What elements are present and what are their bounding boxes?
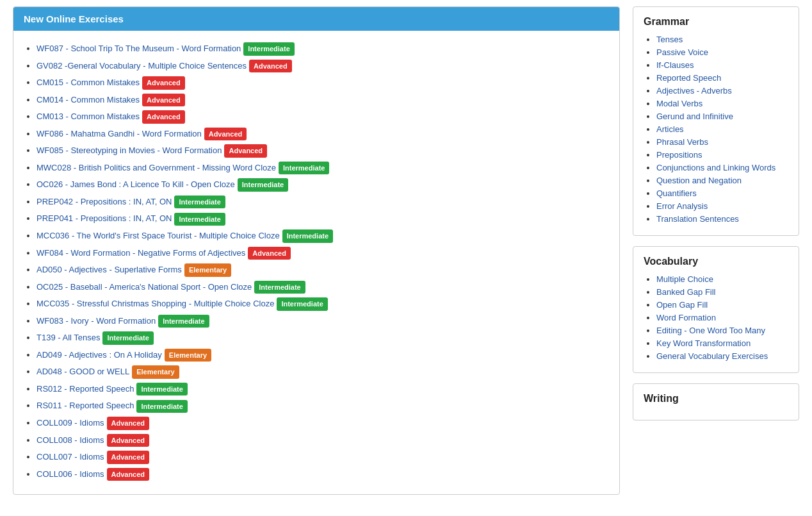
level-badge: Elementary (132, 365, 179, 379)
grammar-link[interactable]: Articles (656, 124, 684, 134)
level-badge: Intermediate (277, 297, 327, 311)
main-content: New Online Exercises WF087 - School Trip… (13, 6, 620, 495)
list-item: General Vocabulary Exercises (656, 351, 788, 361)
list-item: CM013 - Common MistakesAdvanced (37, 110, 609, 124)
exercise-link[interactable]: OC026 - James Bond : A Licence To Kill -… (37, 179, 235, 189)
exercise-link[interactable]: WF083 - Ivory - Word Formation (37, 316, 156, 326)
exercise-link[interactable]: CM013 - Common Mistakes (37, 112, 140, 121)
level-badge: Advanced (248, 247, 291, 260)
list-item: COLL009 - IdiomsAdvanced (37, 416, 609, 430)
list-item: Question and Negation (656, 175, 788, 185)
list-item: AD048 - GOOD or WELLElementary (37, 365, 609, 379)
list-item: AD049 - Adjectives : On A HolidayElement… (37, 348, 609, 362)
vocabulary-link[interactable]: Editing - One Word Too Many (656, 326, 765, 335)
level-badge: Intermediate (136, 383, 187, 396)
list-item: Word Formation (656, 312, 788, 322)
exercise-link[interactable]: WF087 - School Trip To The Museum - Word… (37, 44, 241, 53)
list-item: Articles (656, 124, 788, 134)
level-badge: Intermediate (282, 229, 333, 243)
list-item: Multiple Choice (656, 274, 788, 284)
list-item: CM015 - Common MistakesAdvanced (37, 76, 609, 90)
writing-heading: Writing (644, 393, 788, 404)
list-item: WF085 - Stereotyping in Movies - Word Fo… (37, 144, 609, 158)
grammar-link[interactable]: Tenses (656, 35, 683, 44)
list-item: MCC036 - The World's First Space Tourist… (37, 229, 609, 243)
list-item: RS011 - Reported SpeechIntermediate (37, 399, 609, 413)
level-badge: Advanced (142, 110, 185, 124)
exercise-link[interactable]: AD048 - GOOD or WELL (37, 367, 129, 376)
vocabulary-link[interactable]: Open Gap Fill (656, 300, 708, 310)
exercise-link[interactable]: OC025 - Baseball - America's National Sp… (37, 282, 252, 292)
grammar-link[interactable]: Quantifiers (656, 188, 697, 198)
list-item: COLL006 - IdiomsAdvanced (37, 467, 609, 481)
level-badge: Advanced (204, 128, 247, 141)
list-item: If-Clauses (656, 60, 788, 70)
grammar-link[interactable]: Error Analysis (656, 201, 708, 211)
writing-section: Writing (633, 383, 799, 420)
grammar-link[interactable]: Gerund and Infinitive (656, 112, 733, 121)
level-badge: Advanced (224, 144, 267, 158)
grammar-link[interactable]: Prepositions (656, 150, 702, 160)
level-badge: Elementary (184, 263, 231, 277)
exercise-link[interactable]: COLL009 - Idioms (37, 418, 104, 428)
list-item: CM014 - Common MistakesAdvanced (37, 93, 609, 107)
list-item: Adjectives - Adverbs (656, 85, 788, 96)
grammar-heading: Grammar (644, 16, 788, 28)
list-item: OC026 - James Bond : A Licence To Kill -… (37, 178, 609, 192)
exercise-link[interactable]: COLL007 - Idioms (37, 452, 104, 462)
exercise-link[interactable]: T139 - All Tenses (37, 333, 100, 342)
grammar-link[interactable]: Translation Sentences (656, 214, 739, 224)
level-badge: Intermediate (254, 281, 305, 294)
grammar-link[interactable]: Conjunctions and Linking Words (656, 163, 775, 172)
exercise-link[interactable]: MCC036 - The World's First Space Tourist… (37, 231, 280, 240)
exercise-link[interactable]: RS011 - Reported Speech (37, 401, 134, 410)
grammar-link[interactable]: Modal Verbs (656, 99, 702, 108)
vocabulary-link[interactable]: Banked Gap Fill (656, 287, 716, 297)
list-item: MCC035 - Stressful Christmas Shopping - … (37, 297, 609, 311)
grammar-link[interactable]: Phrasal Verbs (656, 137, 708, 147)
vocabulary-link[interactable]: Multiple Choice (656, 274, 713, 284)
list-item: Tenses (656, 34, 788, 44)
exercise-link[interactable]: WF084 - Word Formation - Negative Forms … (37, 248, 245, 258)
exercise-link[interactable]: COLL006 - Idioms (37, 469, 104, 479)
exercise-link[interactable]: MWC028 - British Politics and Government… (37, 163, 276, 172)
vocabulary-link[interactable]: Word Formation (656, 313, 716, 322)
grammar-link[interactable]: Passive Voice (656, 47, 708, 57)
grammar-link[interactable]: Question and Negation (656, 176, 742, 185)
exercise-link[interactable]: PREP041 - Prepositions : IN, AT, ON (37, 213, 172, 223)
exercise-link[interactable]: CM014 - Common Mistakes (37, 95, 140, 104)
exercise-link[interactable]: WF085 - Stereotyping in Movies - Word Fo… (37, 146, 222, 155)
exercise-link[interactable]: GV082 -General Vocabulary - Multiple Cho… (37, 61, 247, 71)
grammar-link[interactable]: If-Clauses (656, 60, 694, 70)
list-item: MWC028 - British Politics and Government… (37, 161, 609, 175)
list-item: Phrasal Verbs (656, 137, 788, 147)
vocabulary-heading: Vocabulary (644, 256, 788, 267)
exercise-link[interactable]: MCC035 - Stressful Christmas Shopping - … (37, 299, 274, 308)
grammar-link[interactable]: Reported Speech (656, 73, 721, 83)
exercise-link[interactable]: CM015 - Common Mistakes (37, 78, 140, 87)
exercises-title: New Online Exercises (24, 13, 124, 24)
grammar-link[interactable]: Adjectives - Adverbs (656, 86, 732, 96)
exercise-link[interactable]: PREP042 - Prepositions : IN, AT, ON (37, 197, 172, 206)
level-badge: Advanced (107, 434, 150, 447)
exercises-list: WF087 - School Trip To The Museum - Word… (13, 31, 619, 494)
list-item: T139 - All TensesIntermediate (37, 331, 609, 345)
list-item: Banked Gap Fill (656, 287, 788, 297)
level-badge: Advanced (107, 468, 150, 481)
list-item: WF087 - School Trip To The Museum - Word… (37, 42, 609, 56)
exercise-link[interactable]: AD049 - Adjectives : On A Holiday (37, 350, 162, 360)
list-item: GV082 -General Vocabulary - Multiple Cho… (37, 59, 609, 73)
list-item: OC025 - Baseball - America's National Sp… (37, 280, 609, 294)
exercise-link[interactable]: WF086 - Mahatma Gandhi - Word Formation (37, 129, 202, 138)
list-item: Passive Voice (656, 47, 788, 57)
list-item: Quantifiers (656, 188, 788, 198)
vocabulary-link[interactable]: Key Word Transformation (656, 338, 751, 348)
exercise-link[interactable]: AD050 - Adjectives - Superlative Forms (37, 265, 182, 274)
vocabulary-section: Vocabulary Multiple ChoiceBanked Gap Fil… (633, 246, 799, 373)
exercise-link[interactable]: COLL008 - Idioms (37, 435, 104, 445)
exercise-link[interactable]: RS012 - Reported Speech (37, 384, 134, 394)
list-item: WF086 - Mahatma Gandhi - Word FormationA… (37, 127, 609, 141)
level-badge: Advanced (142, 76, 185, 90)
level-badge: Intermediate (158, 315, 209, 328)
vocabulary-link[interactable]: General Vocabulary Exercises (656, 351, 768, 361)
